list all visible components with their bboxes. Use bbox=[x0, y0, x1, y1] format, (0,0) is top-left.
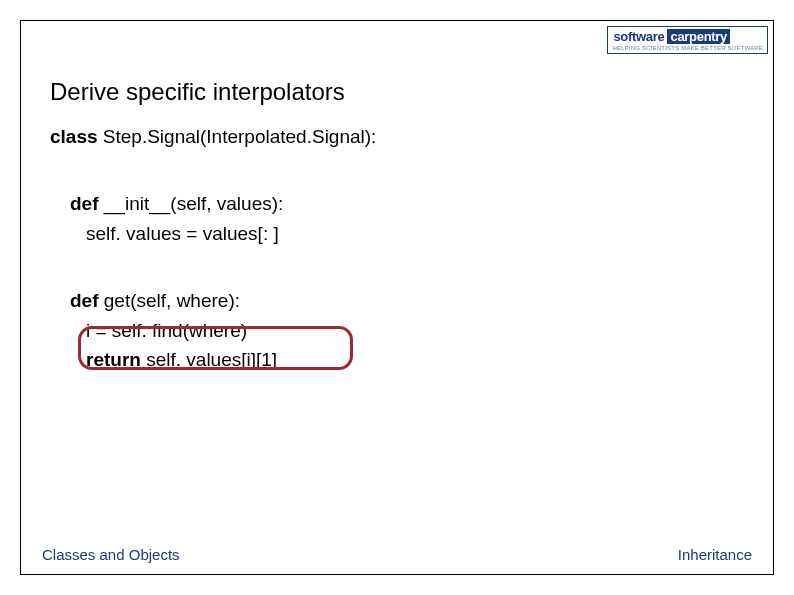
logo-subtitle: HELPING SCIENTISTS MAKE BETTER SOFTWARE bbox=[612, 44, 763, 51]
keyword-def: def bbox=[70, 290, 99, 311]
keyword-def: def bbox=[70, 193, 99, 214]
slide-title: Derive specific interpolators bbox=[50, 78, 345, 106]
keyword-return: return bbox=[86, 349, 141, 370]
code-line-get-def: def get(self, where): bbox=[50, 286, 744, 315]
footer-left: Classes and Objects bbox=[42, 546, 180, 563]
code-line-init-body: self. values = values[: ] bbox=[50, 219, 744, 248]
logo-text-carpentry: carpentry bbox=[667, 29, 730, 44]
code-line-init-def: def __init__(self, values): bbox=[50, 189, 744, 218]
get-signature: get(self, where): bbox=[99, 290, 241, 311]
code-line-get-body2: return self. values[i][1] bbox=[50, 345, 744, 374]
init-signature: __init__(self, values): bbox=[99, 193, 284, 214]
code-line-get-body1: i = self. find(where) bbox=[50, 316, 744, 345]
keyword-class: class bbox=[50, 126, 98, 147]
class-declaration: Step.Signal(Interpolated.Signal): bbox=[98, 126, 377, 147]
logo-text-software: software bbox=[612, 29, 667, 44]
code-block: class Step.Signal(Interpolated.Signal): … bbox=[50, 122, 744, 375]
software-carpentry-logo: software carpentry HELPING SCIENTISTS MA… bbox=[607, 26, 768, 54]
return-expr: self. values[i][1] bbox=[141, 349, 277, 370]
footer-right: Inheritance bbox=[678, 546, 752, 563]
code-line-class: class Step.Signal(Interpolated.Signal): bbox=[50, 122, 744, 151]
